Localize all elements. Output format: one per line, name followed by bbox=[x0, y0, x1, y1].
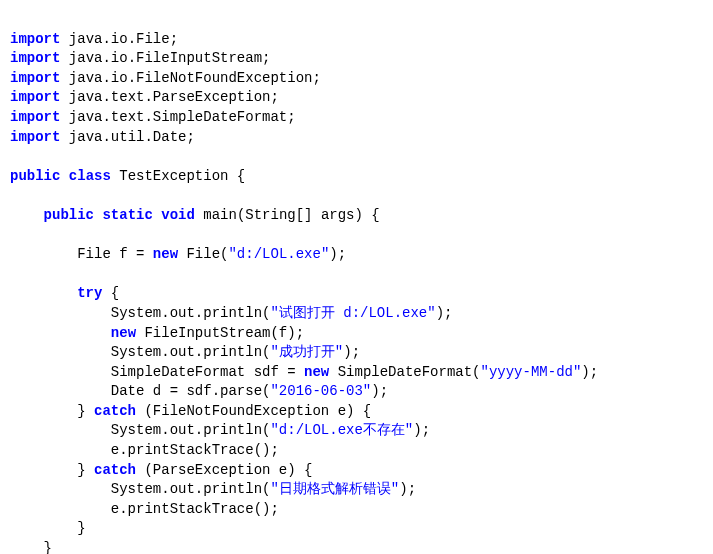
code-token: new bbox=[153, 246, 178, 262]
code-token: new bbox=[304, 364, 329, 380]
code-token: System.out.println( bbox=[10, 481, 270, 497]
code-token: e.printStackTrace(); bbox=[10, 442, 279, 458]
code-token: import bbox=[10, 89, 60, 105]
code-token: "2016-06-03" bbox=[270, 383, 371, 399]
code-token bbox=[10, 285, 77, 301]
code-token: "日期格式解析错误" bbox=[270, 481, 399, 497]
code-token: import bbox=[10, 50, 60, 66]
code-token: catch bbox=[94, 403, 136, 419]
code-token: java.text.SimpleDateFormat; bbox=[60, 109, 295, 125]
code-token: java.io.FileNotFoundException; bbox=[60, 70, 320, 86]
code-token: import bbox=[10, 70, 60, 86]
code-token: } bbox=[10, 462, 94, 478]
code-token: "d:/LOL.exe不存在" bbox=[270, 422, 413, 438]
code-token: main(String[] args) { bbox=[195, 207, 380, 223]
code-token: ); bbox=[329, 246, 346, 262]
code-token: } bbox=[10, 540, 52, 554]
code-token: TestException { bbox=[111, 168, 245, 184]
code-token: ); bbox=[343, 344, 360, 360]
code-token: } bbox=[10, 403, 94, 419]
code-block: import java.io.File; import java.io.File… bbox=[10, 30, 703, 554]
code-token: public bbox=[44, 207, 94, 223]
code-token: public bbox=[10, 168, 60, 184]
code-token bbox=[153, 207, 161, 223]
code-token: ); bbox=[399, 481, 416, 497]
code-token: Date d = sdf.parse( bbox=[10, 383, 270, 399]
code-token: java.util.Date; bbox=[60, 129, 194, 145]
code-token: class bbox=[69, 168, 111, 184]
code-token bbox=[10, 325, 111, 341]
code-token: "成功打开" bbox=[270, 344, 343, 360]
code-token: static bbox=[102, 207, 152, 223]
code-token: (ParseException e) { bbox=[136, 462, 312, 478]
code-token: ); bbox=[436, 305, 453, 321]
code-token bbox=[60, 168, 68, 184]
code-token: File( bbox=[178, 246, 228, 262]
code-token: ); bbox=[371, 383, 388, 399]
code-token: import bbox=[10, 31, 60, 47]
code-token: System.out.println( bbox=[10, 305, 270, 321]
code-token: SimpleDateFormat sdf = bbox=[10, 364, 304, 380]
code-token: new bbox=[111, 325, 136, 341]
code-token: "yyyy-MM-dd" bbox=[481, 364, 582, 380]
code-token: } bbox=[10, 520, 86, 536]
code-token: import bbox=[10, 109, 60, 125]
code-token: import bbox=[10, 129, 60, 145]
code-token: File f = bbox=[10, 246, 153, 262]
code-token: java.io.FileInputStream; bbox=[60, 50, 270, 66]
code-token: java.text.ParseException; bbox=[60, 89, 278, 105]
code-token: { bbox=[102, 285, 119, 301]
code-token: (FileNotFoundException e) { bbox=[136, 403, 371, 419]
code-token: FileInputStream(f); bbox=[136, 325, 304, 341]
code-token: "d:/LOL.exe" bbox=[228, 246, 329, 262]
code-token: e.printStackTrace(); bbox=[10, 501, 279, 517]
code-token: System.out.println( bbox=[10, 422, 270, 438]
code-token: try bbox=[77, 285, 102, 301]
code-token bbox=[10, 207, 44, 223]
code-token: catch bbox=[94, 462, 136, 478]
code-token: "试图打开 d:/LOL.exe" bbox=[270, 305, 435, 321]
code-token: java.io.File; bbox=[60, 31, 178, 47]
code-token: void bbox=[161, 207, 195, 223]
code-token: ); bbox=[413, 422, 430, 438]
code-token: ); bbox=[581, 364, 598, 380]
code-token: SimpleDateFormat( bbox=[329, 364, 480, 380]
code-token: System.out.println( bbox=[10, 344, 270, 360]
